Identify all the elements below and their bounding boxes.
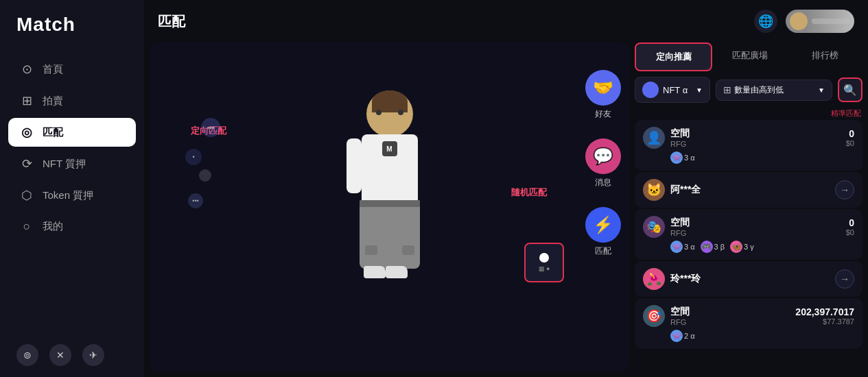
user-item-header: 👤 空間 RFG 0 $0	[643, 127, 854, 149]
avatar: 🎭	[643, 216, 665, 238]
main-content: 匹配 🌐 定向匹配 隨机匹配	[144, 0, 868, 377]
sort-chevron-icon: ▼	[818, 86, 825, 94]
av-belt	[360, 200, 420, 207]
sidebar-item-mine[interactable]: ○ 我的	[8, 212, 136, 241]
indicator-2: •	[185, 149, 202, 165]
nft-icon-b: 🎮	[701, 241, 713, 253]
av-pocket-right	[402, 245, 414, 255]
sidebar-item-token-pledge[interactable]: ⬡ Token 質押	[8, 181, 136, 210]
nft-badge: 🦋 3 γ	[730, 241, 754, 253]
user-info: 阿***全	[670, 184, 830, 196]
telegram-button[interactable]: ✈	[82, 344, 104, 366]
avatar	[790, 12, 808, 30]
chevron-down-icon: ▼	[696, 86, 703, 94]
list-item: 🎯 空間 RFG 202,397.7017 $77.3787 👾	[635, 298, 863, 349]
page-title: 匹配	[158, 12, 185, 31]
nft-icon: 👾	[670, 330, 683, 342]
mine-icon: ○	[19, 219, 34, 234]
sidebar-item-auction[interactable]: ⊞ 拍賣	[8, 86, 136, 115]
messages-label: 消息	[595, 177, 611, 188]
nft-badge: 🎮 3 β	[701, 241, 725, 253]
nft-icon: 👾	[670, 151, 683, 164]
view-user-button[interactable]: →	[835, 269, 854, 289]
globe-button[interactable]: 🌐	[754, 10, 777, 33]
av-eye-right	[398, 110, 403, 115]
av-shoe-left	[364, 266, 386, 278]
sort-icon: ⊞	[723, 84, 731, 95]
user-item-header: 🐱 阿***全 →	[643, 179, 854, 201]
sidebar-item-label: Token 質押	[43, 189, 93, 202]
home-icon: ⊙	[19, 62, 34, 77]
friends-button[interactable]: 🤝 好友	[585, 70, 621, 120]
app-logo: Match	[0, 0, 144, 49]
user-info: 空間 RFG	[670, 306, 790, 326]
av-shoe-right	[386, 266, 408, 278]
user-item-header: 🎭 空間 RFG 0 $0	[643, 216, 854, 238]
list-item: 🎭 空間 RFG 0 $0 👾 3 α	[635, 209, 863, 260]
user-info: 空間 RFG	[670, 217, 841, 237]
nft-label: 2 α	[684, 332, 695, 340]
sidebar-item-home[interactable]: ⊙ 首頁	[8, 55, 136, 84]
friends-label: 好友	[595, 108, 611, 120]
av-logo: M	[382, 141, 397, 156]
view-user-button[interactable]: →	[835, 180, 854, 199]
match-float-button[interactable]: ⚡ 匹配	[585, 207, 621, 257]
nft-label-a: 3 α	[684, 243, 695, 251]
avatar: 👤	[643, 127, 665, 149]
nft-label-b: 3 β	[714, 243, 725, 251]
sidebar-nav: ⊙ 首頁 ⊞ 拍賣 ◎ 匹配 ⟳ NFT 質押 ⬡ Token 質押 ○ 我的	[0, 49, 144, 333]
user-name: 空間	[670, 217, 841, 229]
av-pocket-left	[365, 245, 377, 255]
twitter-button[interactable]: ✕	[49, 344, 71, 366]
tab-market[interactable]: 匹配廣場	[712, 42, 787, 71]
content-area: 定向匹配 隨机匹配 M	[144, 42, 868, 377]
random-match-box[interactable]: ▦ ●	[524, 243, 564, 282]
user-info: 玲***玲	[670, 273, 830, 285]
user-value: 202,397.7017 $77.3787	[795, 306, 854, 326]
tab-ranking[interactable]: 排行榜	[788, 42, 863, 71]
nft-label: 3 α	[684, 154, 695, 162]
logo-text: Match	[16, 14, 75, 35]
list-item: 🐱 阿***全 →	[635, 172, 863, 208]
filter-row: NFT α ▼ ⊞ 數量由高到低 ▼ 🔍	[635, 77, 863, 103]
user-sub: RFG	[670, 318, 790, 326]
user-avatar-bar[interactable]	[786, 10, 854, 33]
nft-badge: 👾 3 α	[670, 241, 695, 253]
value-usd: $77.3787	[795, 317, 854, 326]
sidebar-item-label: 匹配	[43, 126, 63, 139]
sidebar: Match ⊙ 首頁 ⊞ 拍賣 ◎ 匹配 ⟳ NFT 質押 ⬡ Token 質押…	[0, 0, 144, 377]
sort-select[interactable]: ⊞ 數量由高到低 ▼	[716, 80, 832, 101]
indicator-1: •••	[201, 118, 220, 137]
value-num: 0	[846, 128, 854, 139]
precise-match-label: 精準匹配	[635, 108, 863, 119]
sidebar-item-label: 首頁	[43, 63, 63, 76]
token-pledge-icon: ⬡	[19, 188, 34, 203]
messages-button[interactable]: 💬 消息	[585, 138, 621, 188]
search-button[interactable]: 🔍	[838, 77, 863, 102]
match-float-label: 匹配	[595, 245, 611, 257]
username-placeholder	[812, 19, 850, 24]
sidebar-item-nft-pledge[interactable]: ⟳ NFT 質押	[8, 149, 136, 178]
user-name: 玲***玲	[670, 273, 830, 285]
header: 匹配 🌐	[144, 0, 868, 42]
sort-label: 數量由高到低	[734, 84, 784, 96]
value-num: 0	[846, 217, 854, 228]
user-list: 👤 空間 RFG 0 $0 👾 3 α	[635, 120, 863, 372]
user-nft-row: 👾 3 α	[643, 151, 854, 164]
value-num: 202,397.7017	[795, 306, 854, 317]
nft-type-select[interactable]: NFT α ▼	[635, 77, 710, 103]
user-sub: RFG	[670, 140, 841, 148]
list-item: 🌺 玲***玲 →	[635, 261, 863, 297]
nft-icon	[642, 82, 659, 98]
sidebar-item-match[interactable]: ◎ 匹配	[8, 118, 136, 147]
user-name: 空間	[670, 306, 790, 318]
user-item-header: 🌺 玲***玲 →	[643, 268, 854, 290]
random-box-text: ▦ ●	[539, 265, 550, 272]
sidebar-item-label: 拍賣	[43, 95, 63, 108]
tab-directed[interactable]: 定向推薦	[635, 42, 712, 71]
av-head	[366, 90, 413, 137]
discord-button[interactable]: ⊚	[16, 344, 38, 366]
av-shorts	[360, 200, 420, 269]
avatar: 🐱	[643, 179, 665, 201]
value-usd: $0	[846, 228, 854, 236]
